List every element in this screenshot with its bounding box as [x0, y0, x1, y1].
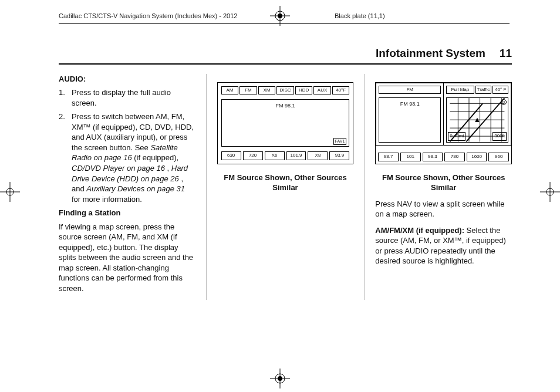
- page-body: Infotainment System 11 AUDIO: 1. Press t…: [59, 46, 512, 374]
- tab-aux: AUX: [313, 86, 331, 95]
- station-display: FM 98.1 FAV1: [221, 99, 350, 146]
- step-number: 2.: [59, 111, 67, 204]
- map-view: 0.40mi 300ft N: [446, 97, 508, 142]
- audio-heading: AUDIO:: [59, 74, 195, 85]
- source-instruction: AM/FM/XM (if equipped): Select the sourc…: [375, 225, 512, 266]
- step-text: Press to switch between AM, FM, XM™ (if …: [72, 111, 195, 204]
- figure-caption: FM Source Shown, Other Sources Similar: [375, 173, 512, 193]
- xref: CD/DVD Player on page 16: [72, 164, 165, 173]
- preset-6: 960: [488, 153, 509, 161]
- pane-station: FM 98.1: [379, 97, 441, 142]
- xref: Auxiliary Devices on page 31: [86, 184, 185, 193]
- registration-mark-icon: [270, 6, 290, 26]
- finding-body: If viewing a map screen, press the sourc…: [59, 222, 195, 294]
- tab-temp: 40°F: [332, 86, 350, 95]
- temp-readout: 40° F: [492, 86, 508, 94]
- preset-4: 780: [444, 153, 465, 161]
- scale-readout: 300ft: [492, 132, 507, 141]
- page-number: 11: [500, 46, 512, 61]
- lead-in: AM/FM/XM (if equipped):: [375, 226, 464, 235]
- section-title: Infotainment System: [376, 46, 485, 61]
- preset-3: 98.3: [423, 153, 443, 161]
- fav-badge: FAV1: [333, 138, 347, 144]
- preset-5: X8: [308, 151, 328, 160]
- header-note-left: Cadillac CTS/CTS-V Navigation System (In…: [59, 12, 237, 21]
- station-readout: FM 98.1: [276, 102, 295, 109]
- registration-mark-icon: [540, 182, 560, 202]
- t: for more information.: [72, 195, 142, 204]
- step-number: 1.: [59, 87, 67, 108]
- column-3: FM FM 98.1 Full Map Traffic 40° F: [364, 74, 512, 300]
- figure-split-screen: FM FM 98.1 Full Map Traffic 40° F: [375, 82, 512, 164]
- running-head: Infotainment System 11: [59, 46, 512, 65]
- preset-2: 101: [400, 153, 421, 161]
- registration-mark-icon: [0, 182, 20, 202]
- t: ,: [167, 164, 171, 173]
- column-2: AM FM XM DISC HDD AUX 40°F FM 98.1 FAV1 …: [206, 74, 354, 300]
- preset-row: 98.7 101 98.3 780 1600 960: [376, 150, 511, 164]
- tab-am: AM: [221, 86, 239, 95]
- finding-heading: Finding a Station: [59, 208, 195, 218]
- preset-row: 630 720 X6 101.9 X8 93.9: [221, 151, 350, 160]
- preset-1: 630: [221, 151, 241, 160]
- preset-6: 93.9: [329, 151, 349, 160]
- tab-fm: FM: [239, 86, 257, 95]
- step-2: 2. Press to switch between AM, FM, XM™ (…: [59, 111, 195, 204]
- pane-fm: FM: [379, 86, 441, 94]
- tab-hdd: HDD: [295, 86, 313, 95]
- station-readout: FM 98.1: [400, 100, 420, 107]
- tab-xm: XM: [258, 86, 276, 95]
- nav-instruction: Press NAV to view a split screen while o…: [375, 199, 512, 219]
- preset-4: 101.9: [286, 151, 306, 160]
- preset-1: 98.7: [378, 153, 399, 161]
- step-text: Press to display the full audio screen.: [72, 87, 195, 108]
- figure-caption: FM Source Shown, Other Sources Similar: [217, 173, 354, 193]
- split-audio-pane: FM FM 98.1: [376, 83, 444, 145]
- preset-2: 720: [243, 151, 263, 160]
- split-map-pane: Full Map Traffic 40° F: [444, 83, 511, 145]
- header-note-right: Black plate (11,1): [335, 12, 385, 21]
- preset-5: 1600: [467, 153, 487, 161]
- tab-disc: DISC: [276, 86, 294, 95]
- btn-fullmap: Full Map: [446, 86, 474, 94]
- btn-traffic: Traffic: [475, 86, 492, 94]
- step-1: 1. Press to display the full audio scree…: [59, 87, 195, 108]
- preset-3: X6: [265, 151, 285, 160]
- column-1: AUDIO: 1. Press to display the full audi…: [59, 74, 195, 300]
- distance-readout: 0.40mi: [448, 132, 465, 141]
- t: (if equipped),: [134, 153, 178, 162]
- header-rule: [59, 23, 510, 24]
- figure-audio-screen: AM FM XM DISC HDD AUX 40°F FM 98.1 FAV1 …: [217, 82, 354, 164]
- source-tabs: AM FM XM DISC HDD AUX 40°F: [221, 86, 350, 95]
